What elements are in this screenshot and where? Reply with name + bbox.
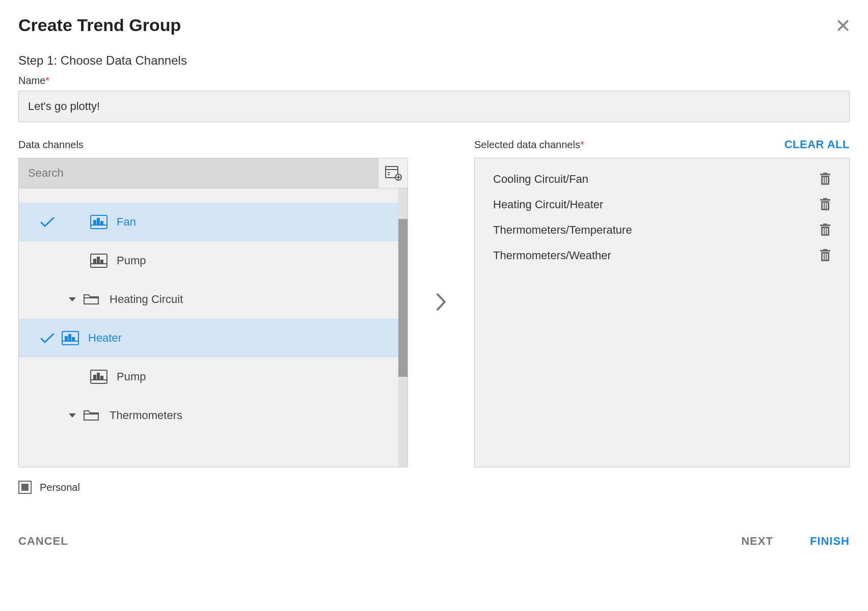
svg-rect-29 — [101, 376, 103, 379]
selected-item: Cooling Circuit/Fan — [481, 166, 843, 192]
selected-item: Thermometers/Temperature — [481, 217, 843, 243]
selected-item-label: Heating Circuit/Heater — [493, 198, 603, 211]
svg-rect-22 — [65, 337, 67, 340]
trash-icon[interactable] — [820, 224, 831, 237]
chart-icon — [90, 215, 107, 229]
clear-all-button[interactable]: CLEAR ALL — [784, 138, 850, 151]
svg-rect-54 — [827, 254, 828, 260]
svg-rect-27 — [94, 375, 96, 379]
selected-item-label: Thermometers/Temperature — [493, 224, 632, 237]
close-icon[interactable] — [836, 19, 850, 32]
svg-rect-35 — [825, 177, 826, 183]
name-field-label: Name* — [18, 75, 850, 87]
scrollbar-thumb[interactable] — [398, 219, 408, 377]
tree-item-pump[interactable]: Pump — [19, 241, 408, 280]
svg-rect-34 — [823, 177, 824, 183]
svg-rect-41 — [825, 203, 826, 209]
selected-item-label: Thermometers/Weather — [493, 249, 611, 262]
svg-rect-11 — [94, 220, 96, 224]
folder-icon — [83, 293, 99, 306]
svg-rect-38 — [820, 199, 830, 201]
svg-rect-42 — [827, 203, 828, 209]
step-label: Step 1: Choose Data Channels — [18, 53, 850, 68]
check-icon — [40, 216, 55, 228]
tree-item-pump-2[interactable]: Pump — [19, 357, 408, 396]
transfer-arrow-icon[interactable] — [435, 292, 447, 312]
svg-rect-23 — [69, 335, 71, 340]
tree-folder-heating-circuit[interactable]: Heating Circuit — [19, 280, 408, 319]
svg-rect-17 — [97, 257, 99, 263]
check-icon — [40, 332, 55, 344]
dialog-title: Create Trend Group — [18, 15, 181, 35]
svg-rect-46 — [823, 228, 824, 234]
svg-rect-52 — [823, 254, 824, 260]
finish-button[interactable]: FINISH — [810, 535, 850, 548]
tree-item-heater[interactable]: Heater — [19, 319, 408, 357]
search-input[interactable] — [19, 158, 378, 188]
svg-rect-36 — [827, 177, 828, 183]
selected-channels-label: Selected data channels* — [474, 139, 584, 151]
personal-label: Personal — [40, 482, 80, 493]
selected-item: Thermometers/Weather — [481, 243, 843, 268]
folder-icon — [83, 409, 99, 422]
tree-folder-thermometers[interactable]: Thermometers — [19, 396, 408, 435]
svg-rect-24 — [72, 338, 74, 340]
svg-rect-50 — [820, 250, 830, 252]
import-button[interactable] — [378, 158, 408, 188]
svg-rect-16 — [94, 259, 96, 263]
svg-rect-47 — [825, 228, 826, 234]
selected-channels-list: Cooling Circuit/Fan Heating Circuit/Heat… — [474, 158, 850, 467]
tree-item-label: Heater — [88, 331, 122, 345]
personal-checkbox[interactable] — [18, 481, 32, 494]
chevron-down-icon — [69, 297, 76, 301]
tree-item-label: Fan — [117, 215, 136, 229]
trash-icon[interactable] — [820, 249, 831, 262]
svg-rect-18 — [101, 260, 103, 263]
tree-item-label: Pump — [117, 254, 146, 267]
chevron-down-icon — [69, 413, 76, 418]
tree-item-fan[interactable]: Fan — [19, 203, 408, 241]
svg-rect-28 — [97, 373, 99, 379]
chart-icon — [62, 331, 79, 345]
svg-rect-33 — [823, 173, 827, 174]
checkbox-indeterminate-icon — [21, 484, 29, 491]
svg-rect-48 — [827, 228, 828, 234]
svg-rect-39 — [823, 198, 827, 199]
trash-icon[interactable] — [820, 173, 831, 186]
svg-rect-12 — [97, 218, 99, 224]
svg-rect-40 — [823, 203, 824, 209]
selected-item-label: Cooling Circuit/Fan — [493, 173, 588, 186]
trash-icon[interactable] — [820, 198, 831, 211]
svg-rect-45 — [823, 224, 827, 225]
svg-rect-51 — [823, 249, 827, 250]
tree-item-label: Thermometers — [110, 409, 182, 422]
import-icon — [385, 165, 402, 181]
svg-rect-32 — [820, 174, 830, 175]
selected-item: Heating Circuit/Heater — [481, 192, 843, 217]
tree-item-label: Pump — [117, 370, 146, 383]
next-button[interactable]: NEXT — [741, 535, 773, 548]
data-channels-tree: Fan Pump Heating Circ — [18, 158, 408, 467]
name-input[interactable] — [18, 91, 850, 122]
tree-item-label: Heating Circuit — [110, 293, 183, 306]
chart-icon — [90, 370, 107, 384]
svg-rect-13 — [101, 221, 103, 224]
data-channels-label: Data channels — [18, 139, 84, 151]
svg-rect-53 — [825, 254, 826, 260]
svg-rect-44 — [820, 225, 830, 226]
cancel-button[interactable]: CANCEL — [18, 535, 68, 548]
scrollbar[interactable] — [398, 188, 408, 467]
chart-icon — [90, 254, 107, 268]
